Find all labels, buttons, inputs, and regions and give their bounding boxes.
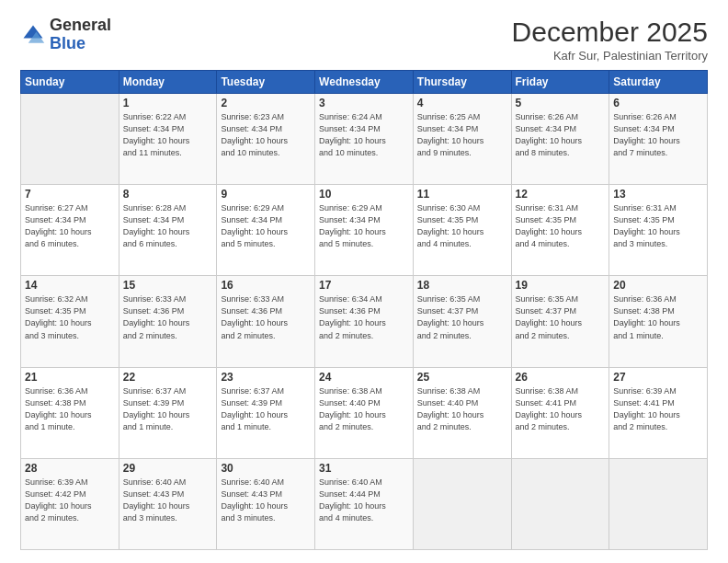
calendar-header: SundayMondayTuesdayWednesdayThursdayFrid… — [21, 71, 708, 94]
day-info: Sunrise: 6:25 AMSunset: 4:34 PMDaylight:… — [417, 111, 507, 159]
days-of-week-row: SundayMondayTuesdayWednesdayThursdayFrid… — [21, 71, 708, 94]
day-info: Sunrise: 6:28 AMSunset: 4:34 PMDaylight:… — [123, 202, 213, 250]
day-header-sunday: Sunday — [21, 71, 119, 94]
table-cell: 9Sunrise: 6:29 AMSunset: 4:34 PMDaylight… — [217, 185, 315, 276]
day-number: 20 — [613, 279, 703, 292]
title-block: December 2025 Kafr Sur, Palestinian Terr… — [512, 17, 708, 63]
day-info: Sunrise: 6:33 AMSunset: 4:36 PMDaylight:… — [221, 293, 311, 341]
day-info: Sunrise: 6:36 AMSunset: 4:38 PMDaylight:… — [613, 293, 703, 341]
table-cell: 23Sunrise: 6:37 AMSunset: 4:39 PMDayligh… — [217, 367, 315, 458]
day-number: 15 — [123, 279, 213, 292]
table-cell: 17Sunrise: 6:34 AMSunset: 4:36 PMDayligh… — [315, 276, 414, 367]
table-cell: 1Sunrise: 6:22 AMSunset: 4:34 PMDaylight… — [119, 94, 217, 185]
day-number: 21 — [25, 371, 115, 384]
table-cell: 18Sunrise: 6:35 AMSunset: 4:37 PMDayligh… — [413, 276, 511, 367]
table-cell — [21, 94, 119, 185]
table-cell: 10Sunrise: 6:29 AMSunset: 4:34 PMDayligh… — [315, 185, 414, 276]
day-number: 26 — [516, 371, 606, 384]
table-cell: 12Sunrise: 6:31 AMSunset: 4:35 PMDayligh… — [511, 185, 609, 276]
day-number: 7 — [25, 188, 115, 201]
day-info: Sunrise: 6:40 AMSunset: 4:44 PMDaylight:… — [319, 477, 409, 524]
table-cell: 28Sunrise: 6:39 AMSunset: 4:42 PMDayligh… — [21, 458, 119, 549]
logo-blue-text: Blue — [50, 34, 85, 52]
table-cell: 3Sunrise: 6:24 AMSunset: 4:34 PMDaylight… — [315, 94, 414, 185]
day-info: Sunrise: 6:27 AMSunset: 4:34 PMDaylight:… — [25, 202, 115, 250]
day-info: Sunrise: 6:35 AMSunset: 4:37 PMDaylight:… — [516, 293, 606, 341]
day-number: 29 — [123, 462, 213, 475]
table-cell: 7Sunrise: 6:27 AMSunset: 4:34 PMDaylight… — [21, 185, 119, 276]
day-info: Sunrise: 6:38 AMSunset: 4:40 PMDaylight:… — [417, 385, 507, 433]
day-info: Sunrise: 6:36 AMSunset: 4:38 PMDaylight:… — [25, 385, 115, 433]
calendar-table: SundayMondayTuesdayWednesdayThursdayFrid… — [20, 70, 708, 550]
day-info: Sunrise: 6:23 AMSunset: 4:34 PMDaylight:… — [221, 111, 311, 159]
day-number: 9 — [221, 188, 311, 201]
day-info: Sunrise: 6:32 AMSunset: 4:35 PMDaylight:… — [25, 293, 115, 341]
table-cell: 16Sunrise: 6:33 AMSunset: 4:36 PMDayligh… — [217, 276, 315, 367]
table-cell: 27Sunrise: 6:39 AMSunset: 4:41 PMDayligh… — [609, 367, 708, 458]
day-number: 28 — [25, 462, 115, 475]
day-header-tuesday: Tuesday — [217, 71, 315, 94]
table-cell: 13Sunrise: 6:31 AMSunset: 4:35 PMDayligh… — [609, 185, 708, 276]
day-info: Sunrise: 6:31 AMSunset: 4:35 PMDaylight:… — [516, 202, 606, 250]
day-info: Sunrise: 6:24 AMSunset: 4:34 PMDaylight:… — [319, 111, 409, 159]
day-info: Sunrise: 6:38 AMSunset: 4:40 PMDaylight:… — [319, 385, 409, 433]
day-number: 18 — [417, 279, 507, 292]
table-cell: 5Sunrise: 6:26 AMSunset: 4:34 PMDaylight… — [511, 94, 609, 185]
day-info: Sunrise: 6:26 AMSunset: 4:34 PMDaylight:… — [516, 111, 606, 159]
table-cell: 6Sunrise: 6:26 AMSunset: 4:34 PMDaylight… — [609, 94, 708, 185]
table-cell: 22Sunrise: 6:37 AMSunset: 4:39 PMDayligh… — [119, 367, 217, 458]
calendar-body: 1Sunrise: 6:22 AMSunset: 4:34 PMDaylight… — [21, 94, 708, 550]
table-cell: 14Sunrise: 6:32 AMSunset: 4:35 PMDayligh… — [21, 276, 119, 367]
day-number: 2 — [221, 97, 311, 109]
day-info: Sunrise: 6:30 AMSunset: 4:35 PMDaylight:… — [417, 202, 507, 250]
day-header-friday: Friday — [511, 71, 609, 94]
table-cell: 19Sunrise: 6:35 AMSunset: 4:37 PMDayligh… — [511, 276, 609, 367]
day-header-saturday: Saturday — [609, 71, 708, 94]
logo-text: General Blue — [50, 17, 111, 53]
day-number: 19 — [516, 279, 606, 292]
day-number: 3 — [319, 97, 409, 109]
table-cell: 2Sunrise: 6:23 AMSunset: 4:34 PMDaylight… — [217, 94, 315, 185]
day-number: 11 — [417, 188, 507, 201]
week-row-4: 21Sunrise: 6:36 AMSunset: 4:38 PMDayligh… — [21, 367, 708, 458]
day-number: 4 — [417, 97, 507, 109]
main-title: December 2025 — [512, 17, 708, 47]
table-cell: 29Sunrise: 6:40 AMSunset: 4:43 PMDayligh… — [119, 458, 217, 549]
day-info: Sunrise: 6:38 AMSunset: 4:41 PMDaylight:… — [516, 385, 606, 433]
day-number: 10 — [319, 188, 409, 201]
day-number: 8 — [123, 188, 213, 201]
day-info: Sunrise: 6:39 AMSunset: 4:41 PMDaylight:… — [613, 385, 703, 433]
header: General Blue December 2025 Kafr Sur, Pal… — [20, 17, 708, 63]
table-cell: 20Sunrise: 6:36 AMSunset: 4:38 PMDayligh… — [609, 276, 708, 367]
logo-icon — [20, 22, 46, 48]
day-info: Sunrise: 6:37 AMSunset: 4:39 PMDaylight:… — [221, 385, 311, 433]
logo: General Blue — [20, 17, 111, 53]
table-cell: 21Sunrise: 6:36 AMSunset: 4:38 PMDayligh… — [21, 367, 119, 458]
day-header-monday: Monday — [119, 71, 217, 94]
day-number: 5 — [516, 97, 606, 109]
day-header-thursday: Thursday — [413, 71, 511, 94]
day-info: Sunrise: 6:35 AMSunset: 4:37 PMDaylight:… — [417, 293, 507, 341]
day-info: Sunrise: 6:33 AMSunset: 4:36 PMDaylight:… — [123, 293, 213, 341]
table-cell: 24Sunrise: 6:38 AMSunset: 4:40 PMDayligh… — [315, 367, 414, 458]
day-number: 14 — [25, 279, 115, 292]
table-cell: 15Sunrise: 6:33 AMSunset: 4:36 PMDayligh… — [119, 276, 217, 367]
day-number: 30 — [221, 462, 311, 475]
day-info: Sunrise: 6:37 AMSunset: 4:39 PMDaylight:… — [123, 385, 213, 433]
week-row-5: 28Sunrise: 6:39 AMSunset: 4:42 PMDayligh… — [21, 458, 708, 549]
week-row-2: 7Sunrise: 6:27 AMSunset: 4:34 PMDaylight… — [21, 185, 708, 276]
day-header-wednesday: Wednesday — [315, 71, 414, 94]
table-cell: 26Sunrise: 6:38 AMSunset: 4:41 PMDayligh… — [511, 367, 609, 458]
day-info: Sunrise: 6:29 AMSunset: 4:34 PMDaylight:… — [221, 202, 311, 250]
day-number: 12 — [516, 188, 606, 201]
table-cell: 4Sunrise: 6:25 AMSunset: 4:34 PMDaylight… — [413, 94, 511, 185]
day-info: Sunrise: 6:31 AMSunset: 4:35 PMDaylight:… — [613, 202, 703, 250]
day-info: Sunrise: 6:40 AMSunset: 4:43 PMDaylight:… — [221, 477, 311, 524]
day-info: Sunrise: 6:39 AMSunset: 4:42 PMDaylight:… — [25, 477, 115, 524]
table-cell: 31Sunrise: 6:40 AMSunset: 4:44 PMDayligh… — [315, 458, 414, 549]
table-cell — [609, 458, 708, 549]
logo-general-text: General — [50, 16, 111, 34]
day-info: Sunrise: 6:29 AMSunset: 4:34 PMDaylight:… — [319, 202, 409, 250]
day-number: 31 — [319, 462, 409, 475]
day-info: Sunrise: 6:22 AMSunset: 4:34 PMDaylight:… — [123, 111, 213, 159]
